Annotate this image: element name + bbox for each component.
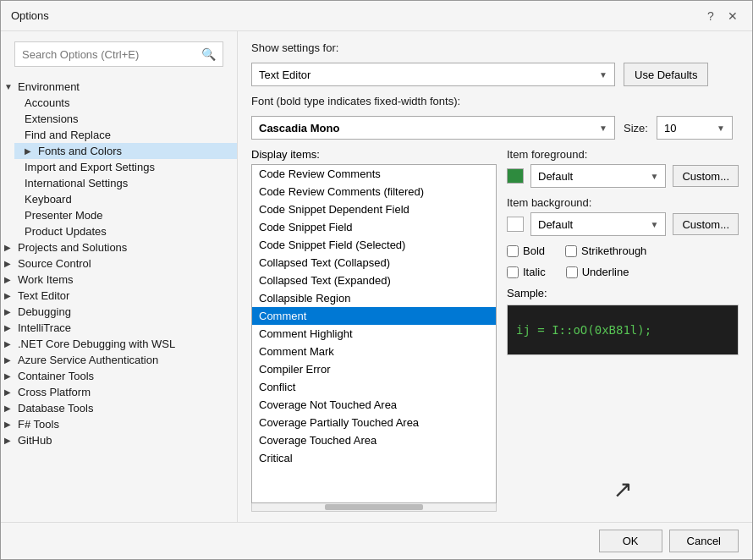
tree-root-fsharp-tools[interactable]: ▶ F# Tools bbox=[1, 416, 237, 432]
ok-button[interactable]: OK bbox=[599, 530, 662, 552]
show-settings-controls: Text Editor ▼ Use Defaults bbox=[251, 63, 739, 86]
dialog-body: 🔍 ▼ Environment Accounts Extensions Find… bbox=[1, 31, 752, 522]
underline-checkbox-item: Underline bbox=[566, 266, 629, 278]
list-item-comment[interactable]: Comment bbox=[252, 307, 496, 325]
tree-root-work-items[interactable]: ▶ Work Items bbox=[1, 272, 237, 288]
tree-child-accounts[interactable]: Accounts bbox=[14, 95, 237, 111]
list-item-comment-mark[interactable]: Comment Mark bbox=[252, 343, 496, 360]
list-item-comment-highlight[interactable]: Comment Highlight bbox=[252, 325, 496, 343]
list-item-collapsed-collapsed[interactable]: Collapsed Text (Collapsed) bbox=[252, 254, 496, 272]
bold-checkbox[interactable] bbox=[507, 245, 519, 257]
list-item-coverage-not-touched[interactable]: Coverage Not Touched Area bbox=[252, 396, 496, 414]
search-input[interactable] bbox=[22, 48, 201, 61]
item-background-dropdown[interactable]: Default ▼ bbox=[530, 212, 666, 236]
tree-root-azure-auth-label: Azure Service Authentication bbox=[18, 354, 158, 366]
list-item-code-review[interactable]: Code Review Comments bbox=[252, 165, 496, 183]
show-settings-value: Text Editor bbox=[259, 69, 311, 81]
list-item-compiler-error[interactable]: Compiler Error bbox=[252, 360, 496, 378]
list-item-critical[interactable]: Critical bbox=[252, 449, 496, 467]
item-background-group: Item background: Default ▼ Custom... bbox=[507, 196, 739, 236]
expand-icon-debugging: ▶ bbox=[4, 307, 18, 316]
search-icon: 🔍 bbox=[201, 47, 216, 61]
list-item-coverage-touched[interactable]: Coverage Touched Area bbox=[252, 431, 496, 449]
expand-icon-environment: ▼ bbox=[4, 82, 18, 91]
list-item-code-review-filtered[interactable]: Code Review Comments (filtered) bbox=[252, 183, 496, 200]
italic-checkbox[interactable] bbox=[507, 266, 519, 278]
tree-root-text-editor[interactable]: ▶ Text Editor bbox=[1, 288, 237, 304]
custom-fg-button[interactable]: Custom... bbox=[673, 165, 739, 187]
expand-icon-text-editor: ▶ bbox=[4, 291, 18, 300]
tree-root-database-tools[interactable]: ▶ Database Tools bbox=[1, 400, 237, 416]
tree-child-find-replace[interactable]: Find and Replace bbox=[14, 127, 237, 143]
use-defaults-button[interactable]: Use Defaults bbox=[624, 63, 708, 86]
display-items-list[interactable]: Code Review Comments Code Review Comment… bbox=[251, 164, 497, 503]
tree-root-environment[interactable]: ▼ Environment bbox=[1, 79, 237, 95]
show-settings-dropdown[interactable]: Text Editor ▼ bbox=[251, 63, 615, 86]
tree-root-projects[interactable]: ▶ Projects and Solutions bbox=[1, 239, 237, 255]
tree-root-github[interactable]: ▶ GitHub bbox=[1, 432, 237, 448]
sample-box: ij = I::oO(0xB81l); bbox=[507, 305, 739, 355]
item-background-arrow: ▼ bbox=[650, 220, 658, 229]
expand-icon-intellitrace: ▶ bbox=[4, 323, 18, 332]
list-scrollbar-thumb[interactable] bbox=[325, 504, 422, 510]
expand-icon-database-tools: ▶ bbox=[4, 404, 18, 413]
help-button[interactable]: ? bbox=[701, 7, 720, 25]
list-item-code-snippet[interactable]: Code Snippet Field bbox=[252, 218, 496, 236]
list-item-conflict[interactable]: Conflict bbox=[252, 378, 496, 396]
item-background-swatch bbox=[507, 217, 524, 232]
list-item-coverage-partial[interactable]: Coverage Partially Touched Area bbox=[252, 414, 496, 431]
tree-child-fonts-colors[interactable]: ▶ Fonts and Colors bbox=[14, 143, 237, 159]
tree-root-debugging[interactable]: ▶ Debugging bbox=[1, 304, 237, 320]
strikethrough-label: Strikethrough bbox=[581, 244, 646, 257]
checkboxes-row-2: Italic Underline bbox=[507, 266, 739, 278]
tree-child-international[interactable]: International Settings bbox=[14, 175, 237, 191]
underline-checkbox[interactable] bbox=[566, 266, 578, 278]
strikethrough-checkbox[interactable] bbox=[565, 245, 577, 257]
custom-bg-button[interactable]: Custom... bbox=[673, 213, 739, 235]
title-bar: Options ? ✕ bbox=[1, 1, 752, 31]
tree-child-product-updates[interactable]: Product Updates bbox=[14, 223, 237, 239]
font-label: Font (bold type indicates fixed-width fo… bbox=[251, 95, 460, 107]
list-item-code-snippet-dep[interactable]: Code Snippet Dependent Field bbox=[252, 200, 496, 218]
item-foreground-group: Item foreground: Default ▼ Custom... bbox=[507, 148, 739, 188]
cursor-area: ↖ bbox=[507, 364, 739, 512]
bold-checkbox-item: Bold bbox=[507, 244, 545, 257]
right-panel: Show settings for: Text Editor ▼ Use Def… bbox=[238, 31, 752, 522]
tree-child-presenter[interactable]: Presenter Mode bbox=[14, 207, 237, 223]
tree-root-cross-platform[interactable]: ▶ Cross Platform bbox=[1, 384, 237, 400]
cancel-button[interactable]: Cancel bbox=[669, 530, 739, 552]
options-dialog: Options ? ✕ 🔍 ▼ Environment Accou bbox=[0, 0, 753, 560]
expand-icon-github: ▶ bbox=[4, 436, 18, 445]
item-background-value: Default bbox=[538, 218, 573, 231]
list-item-collapsed-expanded[interactable]: Collapsed Text (Expanded) bbox=[252, 272, 496, 289]
font-dropdown[interactable]: Cascadia Mono ▼ bbox=[251, 116, 615, 140]
list-item-collapsible[interactable]: Collapsible Region bbox=[252, 289, 496, 307]
tree-root-intellitrace[interactable]: ▶ IntelliTrace bbox=[1, 320, 237, 336]
italic-checkbox-item: Italic bbox=[507, 266, 546, 278]
tree-root-container-tools[interactable]: ▶ Container Tools bbox=[1, 368, 237, 384]
item-background-label: Item background: bbox=[507, 196, 739, 209]
show-settings-label: Show settings for: bbox=[251, 41, 338, 54]
tree-root-azure-auth[interactable]: ▶ Azure Service Authentication bbox=[1, 352, 237, 368]
tree-child-extensions[interactable]: Extensions bbox=[14, 111, 237, 127]
expand-icon-work-items: ▶ bbox=[4, 275, 18, 284]
item-foreground-dropdown[interactable]: Default ▼ bbox=[530, 164, 666, 188]
font-value: Cascadia Mono bbox=[259, 122, 339, 135]
close-button[interactable]: ✕ bbox=[723, 7, 742, 25]
right-options: Item foreground: Default ▼ Custom... bbox=[507, 148, 739, 512]
tree-child-keyboard[interactable]: Keyboard bbox=[14, 191, 237, 207]
size-dropdown[interactable]: 10 ▼ bbox=[657, 116, 733, 140]
tree-environment-children: Accounts Extensions Find and Replace ▶ F… bbox=[1, 95, 237, 239]
expand-icon-container-tools: ▶ bbox=[4, 371, 18, 381]
checkboxes-row: Bold Strikethrough bbox=[507, 244, 739, 257]
list-item-code-snippet-sel[interactable]: Code Snippet Field (Selected) bbox=[252, 236, 496, 254]
font-size-row: Cascadia Mono ▼ Size: 10 ▼ bbox=[251, 116, 739, 140]
tree-root-database-tools-label: Database Tools bbox=[18, 402, 93, 415]
display-items-panel: Display items: Code Review Comments Code… bbox=[251, 148, 497, 512]
tree-root-github-label: GitHub bbox=[18, 434, 52, 447]
tree-root-netcore-wsl[interactable]: ▶ .NET Core Debugging with WSL bbox=[1, 336, 237, 352]
tree-root-intellitrace-label: IntelliTrace bbox=[18, 321, 71, 334]
tree-root-source-control[interactable]: ▶ Source Control bbox=[1, 255, 237, 272]
tree-child-import-export[interactable]: Import and Export Settings bbox=[14, 159, 237, 175]
item-foreground-value: Default bbox=[538, 170, 573, 183]
